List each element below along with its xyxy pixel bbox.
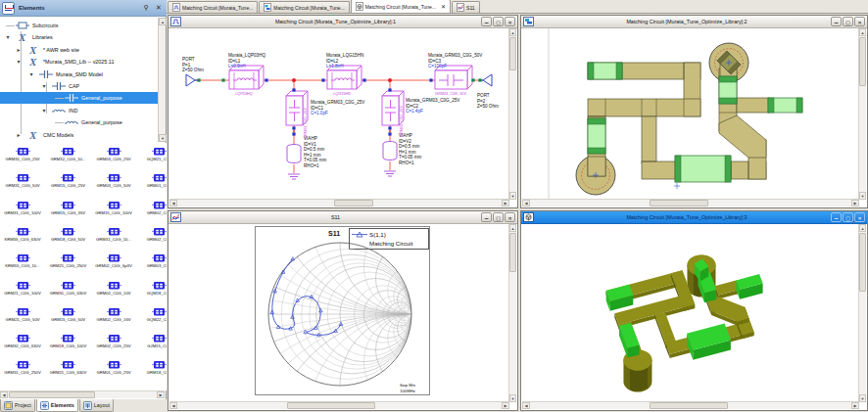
tree-item-cmc-models[interactable]: ▸XCMC Models (0, 129, 159, 141)
component-item[interactable]: GJM15_C0G (136, 332, 167, 358)
via-v2-symbol[interactable] (383, 142, 397, 160)
component-item[interactable]: KRM55_C0G_10... (0, 252, 46, 278)
close-button[interactable]: ✕ (854, 212, 865, 222)
component-item[interactable]: KRM55_C0G_630V (0, 225, 46, 252)
graph-window[interactable]: S11 — □ ✕ S11 (168, 210, 518, 411)
scroll-down-icon[interactable]: ▼ (859, 192, 866, 200)
minimize-button[interactable]: — (831, 212, 842, 222)
dock-tab-layout[interactable]: Layout (79, 399, 114, 412)
component-item[interactable]: GRM02_C0G (136, 225, 167, 252)
scroll-down-icon[interactable]: ▼ (859, 394, 866, 402)
close-button[interactable]: ✕ (505, 17, 515, 26)
component-item[interactable]: GRM18_C0G_50V (45, 225, 91, 252)
tree-item-cap[interactable]: ▾CAP (0, 80, 159, 92)
component-item[interactable]: GRM15_C0G_35V (45, 199, 91, 225)
component-item[interactable]: GQM18_C0G (136, 279, 167, 305)
maximize-button[interactable]: □ (843, 212, 853, 222)
scroll-left-icon[interactable]: ◀ (0, 391, 8, 398)
scroll-right-icon[interactable]: ▶ (851, 200, 859, 206)
tree-item-murata-smd-model[interactable]: ▾Murata_SMD Model (0, 69, 159, 80)
component-item[interactable]: GRM31_C0G_630V (45, 279, 91, 305)
tree-item--murata-smd-lib-v2025-11[interactable]: ▾X*Murata_SMD_Lib -- v2025.11 (0, 56, 159, 68)
document-tab-3[interactable]: Matching Circuit [Murata_Tune...✕ (351, 0, 451, 13)
tree-item-subcircuits[interactable]: Subcircuits (0, 20, 159, 31)
minimize-button[interactable]: — (831, 17, 842, 26)
scroll-left-icon[interactable]: ◀ (522, 200, 530, 206)
graph-window-titlebar[interactable]: S11 — □ ✕ (169, 211, 517, 224)
scroll-down-icon[interactable]: ▼ (159, 134, 167, 142)
schematic-window[interactable]: Matching Circuit [Murata_Tune_Optimize_L… (168, 15, 518, 208)
component-item[interactable]: GRM31_C0G_10... (91, 225, 137, 252)
chevron-collapsed-icon[interactable]: ▸ (15, 131, 23, 138)
scroll-right-icon[interactable]: ▶ (502, 200, 509, 206)
scroll-left-icon[interactable]: ◀ (522, 402, 530, 409)
component-item[interactable]: GRM15_C0G_100V (91, 199, 137, 225)
scroll-thumb[interactable] (9, 391, 95, 398)
vertical-scrollbar[interactable]: ▲ ▼ (858, 28, 866, 200)
component-item[interactable]: GRM02_C0G_16V (91, 305, 137, 332)
scroll-thumb[interactable] (859, 37, 866, 86)
tree-item-ind[interactable]: ▾IND (0, 105, 159, 116)
scroll-thumb[interactable] (650, 402, 728, 409)
chevron-expanded-icon[interactable]: ▾ (15, 58, 23, 65)
scroll-right-icon[interactable]: ▶ (851, 402, 859, 409)
tree-item-libraries[interactable]: ▾XLibraries (0, 31, 159, 43)
close-icon[interactable]: ✕ (154, 3, 164, 13)
view3d-canvas[interactable] (522, 224, 859, 402)
close-button[interactable]: ✕ (854, 17, 865, 26)
scroll-thumb[interactable] (509, 37, 516, 70)
horizontal-scrollbar[interactable]: ◀ ▶ (522, 401, 859, 409)
component-item[interactable]: GRM31_C0G_250V (0, 358, 46, 385)
horizontal-scrollbar[interactable]: ◀ ▶ (169, 199, 509, 206)
vertical-scrollbar[interactable]: ▲ ▼ (508, 28, 516, 200)
pin-icon[interactable]: ⚲ (141, 3, 151, 13)
component-item[interactable]: GRM18_C0G (136, 358, 167, 385)
layout-window-titlebar[interactable]: Matching Circuit [Murata_Tune_Optimize_L… (521, 16, 867, 28)
component-item[interactable]: GRM21_C0G_630V (45, 358, 91, 385)
component-item[interactable]: GRM03_C0G (136, 252, 167, 278)
vertical-scrollbar[interactable]: ▲ ▼ (858, 224, 866, 402)
scroll-down-icon[interactable]: ▼ (509, 394, 516, 402)
horizontal-scrollbar[interactable]: ◀ ▶ (522, 199, 859, 206)
component-item[interactable]: GRM32_C0G_630V (0, 332, 46, 358)
layout-canvas[interactable] (522, 28, 859, 200)
component-item[interactable]: GRM02_C0G_10V (91, 279, 137, 305)
tree-item-general-purpose[interactable]: General_purpose (0, 116, 159, 128)
document-tab-4[interactable]: S11 (452, 1, 480, 13)
tree-vertical-scrollbar[interactable]: ▲ ▼ (158, 18, 166, 142)
component-item[interactable]: GQM22_C0G (136, 305, 167, 332)
graph-canvas[interactable]: S11 S(1,1) Matching Circuit (169, 224, 509, 402)
component-item[interactable]: GQM21_C0G (136, 145, 167, 171)
scroll-thumb[interactable] (509, 233, 516, 272)
dock-tab-elements[interactable]: Elements (36, 399, 78, 412)
document-tab-2[interactable]: Matching Circuit [Murata_Tune... (259, 1, 349, 13)
component-item[interactable]: GRM21_C0G_250V (45, 252, 91, 278)
port1-symbol[interactable] (186, 74, 199, 86)
component-item[interactable]: GRM32_C0G_10... (45, 145, 91, 171)
component-item[interactable]: GRM31_C0G_100V (0, 199, 46, 225)
chevron-expanded-icon[interactable]: ▾ (4, 33, 12, 40)
layout-window[interactable]: Matching Circuit [Murata_Tune_Optimize_L… (520, 15, 868, 208)
view3d-window[interactable]: Matching Circuit [Murata_Tune_Optimize_L… (520, 210, 868, 411)
scroll-up-icon[interactable]: ▲ (859, 224, 866, 232)
tree-item--awr-web-site[interactable]: ▸X* AWR web site (0, 44, 159, 56)
chevron-expanded-icon[interactable]: ▾ (40, 107, 48, 114)
component-item[interactable]: GRM18_C0G_100V (45, 332, 91, 358)
scroll-up-icon[interactable]: ▲ (509, 224, 516, 232)
vertical-scrollbar[interactable]: ▲ ▼ (508, 224, 516, 402)
component-item[interactable]: GRM02_C0G_6p3V (91, 252, 137, 278)
component-item[interactable]: GRM03_C0G_25V (91, 145, 137, 171)
tab-close-icon[interactable]: ✕ (441, 4, 446, 10)
component-item[interactable]: GRM03_C0G_50V (91, 171, 137, 198)
component-item[interactable]: GRM21_C0G_50V (0, 305, 46, 332)
component-item[interactable]: GRM01_C0G (136, 171, 167, 198)
component-item[interactable]: GRM15_C0G_50V (45, 305, 91, 332)
parts-horizontal-scrollbar[interactable]: ◀ ▶ (0, 390, 165, 398)
chevron-expanded-icon[interactable]: ▾ (40, 82, 48, 89)
chevron-expanded-icon[interactable]: ▾ (27, 70, 35, 77)
via-v1-symbol[interactable] (287, 145, 301, 163)
scroll-thumb[interactable] (334, 200, 373, 206)
scroll-left-icon[interactable]: ◀ (169, 402, 177, 409)
component-item[interactable]: GRM01_C0G_25V (91, 358, 137, 385)
component-item[interactable]: GRM02_C0G (136, 199, 167, 225)
